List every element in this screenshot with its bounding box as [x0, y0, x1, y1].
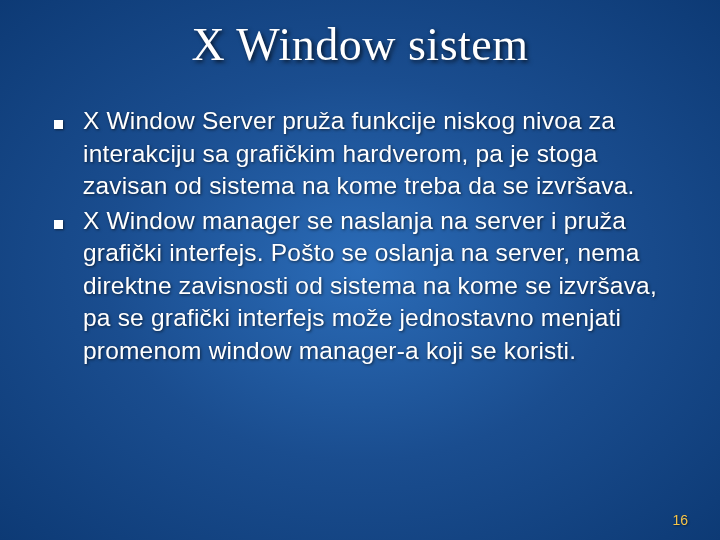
square-bullet-icon — [54, 220, 63, 229]
slide-title: X Window sistem — [40, 18, 680, 71]
bullet-text: X Window manager se naslanja na server i… — [83, 205, 680, 368]
list-item: X Window Server pruža funkcije niskog ni… — [54, 105, 680, 203]
square-bullet-icon — [54, 120, 63, 129]
bullet-text: X Window Server pruža funkcije niskog ni… — [83, 105, 680, 203]
page-number: 16 — [672, 512, 688, 528]
list-item: X Window manager se naslanja na server i… — [54, 205, 680, 368]
bullet-list: X Window Server pruža funkcije niskog ni… — [40, 105, 680, 368]
slide: X Window sistem X Window Server pruža fu… — [0, 0, 720, 540]
